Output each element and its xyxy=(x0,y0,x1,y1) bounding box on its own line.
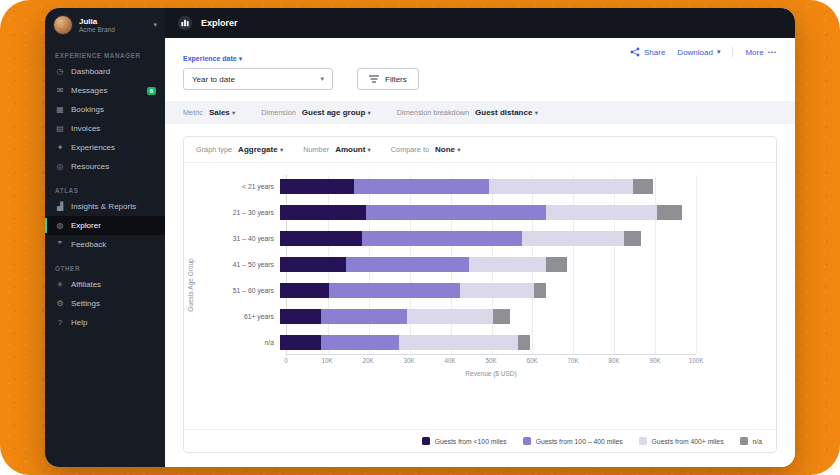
page-title: Explorer xyxy=(201,18,238,28)
bar-segment[interactable] xyxy=(546,257,567,272)
bar-track xyxy=(280,231,690,246)
bar-segment[interactable] xyxy=(489,179,633,194)
share-icon xyxy=(630,47,640,57)
bar-segment[interactable] xyxy=(280,205,366,220)
sidebar-item-label: Experiences xyxy=(71,143,115,152)
unread-count-badge: 6 xyxy=(147,87,156,95)
category-label: 31 – 40 years xyxy=(210,235,280,242)
bar-segment[interactable] xyxy=(280,179,354,194)
sidebar-item-feedback[interactable]: ❞Feedback xyxy=(45,235,165,254)
number-select[interactable]: Amount ▾ xyxy=(335,145,371,154)
bar-segment[interactable] xyxy=(280,309,321,324)
section-label: EXPERIENCE MANAGER xyxy=(55,52,155,59)
x-tick-label: 60K xyxy=(526,357,537,364)
sidebar-item-explorer[interactable]: ◍Explorer xyxy=(45,216,165,235)
sidebar-item-insights-reports[interactable]: ▟Insights & Reports xyxy=(45,197,165,216)
dimension-select[interactable]: Guest age group ▾ xyxy=(302,108,371,117)
x-tick-label: 0 xyxy=(284,357,288,364)
legend-item[interactable]: Guests from 100 – 400 miles xyxy=(523,437,623,445)
sidebar-item-label: Resources xyxy=(71,162,109,171)
sidebar-item-bookings[interactable]: ▦Bookings xyxy=(45,100,165,119)
sidebar-item-label: Settings xyxy=(71,299,100,308)
bar-segment[interactable] xyxy=(280,335,321,350)
legend-item[interactable]: Guests from <100 miles xyxy=(422,437,507,445)
bar-segment[interactable] xyxy=(280,283,329,298)
resources-icon: ◎ xyxy=(55,162,65,171)
bar-segment[interactable] xyxy=(469,257,547,272)
filters-button[interactable]: Filters xyxy=(357,68,419,90)
bar-segment[interactable] xyxy=(633,179,654,194)
sidebar-item-label: Feedback xyxy=(71,240,106,249)
bar-segment[interactable] xyxy=(366,205,546,220)
graph-type-select[interactable]: Aggregate ▾ xyxy=(238,145,283,154)
sidebar-item-experiences[interactable]: ✦Experiences xyxy=(45,138,165,157)
compare-select[interactable]: None ▾ xyxy=(435,145,461,154)
section-label: OTHER xyxy=(55,265,155,272)
breakdown-label: Dimension breakdown xyxy=(397,108,469,117)
more-button[interactable]: More••• xyxy=(745,48,777,57)
dashboard-icon: ◷ xyxy=(55,67,65,76)
bar-segment[interactable] xyxy=(546,205,657,220)
bar-track xyxy=(280,335,690,350)
bar-segment[interactable] xyxy=(407,309,493,324)
chart-legend: Guests from <100 milesGuests from 100 – … xyxy=(184,429,776,452)
user-org: Acme Brand xyxy=(79,26,147,33)
dimension-label: Dimension xyxy=(261,108,295,117)
chart-row: 41 – 50 years xyxy=(210,251,766,277)
metric-select[interactable]: Sales ▾ xyxy=(209,108,235,117)
legend-item[interactable]: n/a xyxy=(740,437,762,445)
bar-segment[interactable] xyxy=(493,309,509,324)
legend-swatch xyxy=(422,437,430,445)
bar-segment[interactable] xyxy=(362,231,522,246)
bar-segment[interactable] xyxy=(354,179,489,194)
bar-segment[interactable] xyxy=(624,231,640,246)
sidebar-item-dashboard[interactable]: ◷Dashboard xyxy=(45,62,165,81)
bar-segment[interactable] xyxy=(280,257,346,272)
chart-row: 31 – 40 years xyxy=(210,225,766,251)
bookings-icon: ▦ xyxy=(55,105,65,114)
chevron-down-icon: ▾ xyxy=(535,109,538,116)
bar-track xyxy=(280,283,690,298)
x-tick-label: 20K xyxy=(362,357,373,364)
sidebar-item-resources[interactable]: ◎Resources xyxy=(45,157,165,176)
sidebar-sections: EXPERIENCE MANAGER◷Dashboard✉Messages6▦B… xyxy=(45,41,165,332)
sidebar-item-settings[interactable]: ⚙Settings xyxy=(45,294,165,313)
bar-segment[interactable] xyxy=(321,335,399,350)
chevron-down-icon: ▾ xyxy=(153,21,157,29)
legend-swatch xyxy=(740,437,748,445)
sidebar-item-help[interactable]: ?Help xyxy=(45,313,165,332)
breakdown-select[interactable]: Guest distance ▾ xyxy=(475,108,538,117)
date-range-select[interactable]: Year to date ▾ xyxy=(183,68,333,90)
bar-segment[interactable] xyxy=(399,335,518,350)
bar-segment[interactable] xyxy=(280,231,362,246)
category-label: 41 – 50 years xyxy=(210,261,280,268)
bar-segment[interactable] xyxy=(534,283,546,298)
bar-segment[interactable] xyxy=(522,231,625,246)
explorer-icon: ◍ xyxy=(55,221,65,230)
sidebar-item-invoices[interactable]: ▤Invoices xyxy=(45,119,165,138)
bar-segment[interactable] xyxy=(518,335,530,350)
sidebar-item-affiliates[interactable]: ✳Affiliates xyxy=(45,275,165,294)
bar-segment[interactable] xyxy=(460,283,534,298)
settings-icon: ⚙ xyxy=(55,299,65,308)
bar-segment[interactable] xyxy=(657,205,682,220)
chart-card: Graph type Aggregate ▾ Number Amount ▾ C… xyxy=(183,136,777,453)
bar-segment[interactable] xyxy=(329,283,460,298)
experience-date-selector[interactable]: Experience date ▾ xyxy=(183,55,242,63)
experiences-icon: ✦ xyxy=(55,143,65,152)
legend-item[interactable]: Guests from 400+ miles xyxy=(639,437,724,445)
bar-segment[interactable] xyxy=(321,309,407,324)
download-button[interactable]: Download▾ xyxy=(677,48,720,57)
sidebar-item-messages[interactable]: ✉Messages6 xyxy=(45,81,165,100)
content: Experience date ▾ Share Download▾ xyxy=(165,38,795,467)
chart-row: < 21 years xyxy=(210,173,766,199)
messages-icon: ✉ xyxy=(55,86,65,95)
bar-segment[interactable] xyxy=(346,257,469,272)
feedback-icon: ❞ xyxy=(55,240,65,249)
account-switcher[interactable]: Julia Acme Brand ▾ xyxy=(45,8,165,41)
category-label: 21 – 30 years xyxy=(210,209,280,216)
legend-label: Guests from 100 – 400 miles xyxy=(536,438,623,445)
app-window: Julia Acme Brand ▾ EXPERIENCE MANAGER◷Da… xyxy=(45,8,795,467)
chevron-down-icon: ▾ xyxy=(457,146,460,153)
share-button[interactable]: Share xyxy=(630,47,665,57)
